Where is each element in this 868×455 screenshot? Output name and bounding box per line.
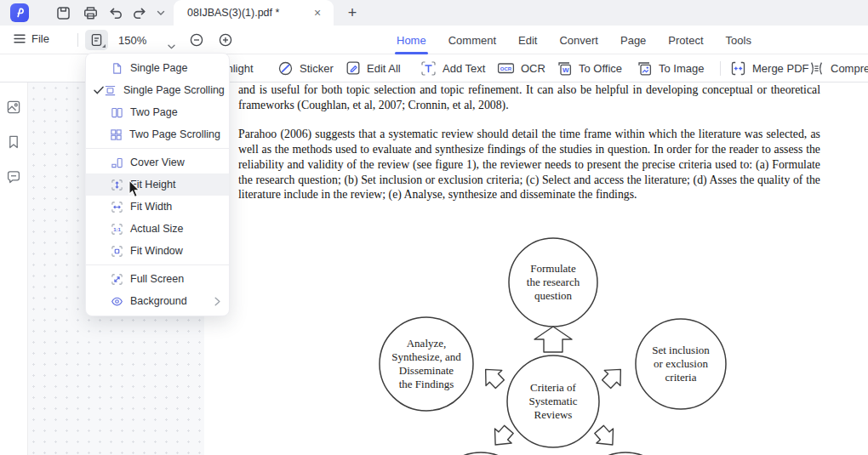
fit-height-icon [110, 178, 123, 191]
document-text-block: and is useful for both topic selection a… [238, 82, 820, 202]
single-page-icon [110, 61, 123, 75]
menu-separator [86, 264, 229, 265]
ocr-label: OCR [521, 62, 545, 75]
document-paragraph: Parahoo (2006) suggests that a systemati… [238, 127, 820, 202]
to-office-icon: W [557, 60, 573, 77]
menu-item-actual-size[interactable]: 1:1 Actual Size [86, 218, 229, 240]
comments-icon[interactable] [6, 169, 21, 185]
menu-item-two-page-scrolling[interactable]: Two Page Scrolling [86, 123, 229, 145]
menu-item-background[interactable]: Background [86, 290, 229, 312]
pdf-page: and is useful for both topic selection a… [204, 82, 868, 455]
merge-pdf-icon [730, 60, 746, 77]
page-view-dropdown-menu: Single Page Single Page Scrolling Two Pa… [85, 53, 230, 316]
page-thumbnails-icon[interactable] [6, 100, 21, 115]
tab-comment[interactable]: Comment [447, 26, 498, 54]
window-tab-bar: 08IJBAS(3)(1).pdf * × + [0, 0, 868, 26]
to-office-button[interactable]: W To Office [557, 54, 622, 82]
add-text-icon [420, 60, 437, 77]
background-icon [110, 294, 123, 308]
bookmarks-icon[interactable] [6, 134, 21, 150]
menu-item-fit-width[interactable]: Fit Width [86, 196, 229, 218]
menu-separator [86, 148, 229, 149]
merge-pdf-button[interactable]: Merge PDF [730, 54, 808, 82]
circle-label-formulate: Formulate the research question [527, 262, 580, 303]
two-page-scrolling-icon [109, 128, 123, 141]
compress-label: Compress [831, 62, 868, 75]
tab-protect[interactable]: Protect [666, 26, 705, 54]
page-view-mode-button[interactable] [85, 30, 108, 50]
menu-item-fit-window[interactable]: Fit Window [86, 240, 229, 262]
add-text-button[interactable]: Add Text [420, 54, 485, 82]
tab-edit[interactable]: Edit [517, 26, 539, 54]
arrow-up-right [598, 361, 628, 391]
tab-convert[interactable]: Convert [557, 26, 600, 54]
sticker-label: Sticker [300, 62, 334, 75]
edit-all-button[interactable]: Edit All [345, 54, 401, 82]
tab-tools[interactable]: Tools [724, 26, 753, 54]
two-page-icon [110, 105, 123, 119]
compress-button[interactable]: Compress [808, 54, 868, 82]
pdfelement-logo-icon [13, 6, 26, 20]
check-icon [94, 86, 104, 94]
to-image-label: To Image [659, 62, 704, 75]
menu-item-fit-height[interactable]: Fit Height [86, 173, 229, 196]
zoom-out-button[interactable] [188, 31, 205, 48]
hamburger-icon [14, 34, 26, 43]
document-tab[interactable]: 08IJBAS(3)(1).pdf * × [174, 0, 334, 26]
app-logo[interactable] [10, 3, 29, 22]
edit-all-icon [345, 60, 361, 76]
tab-close-icon[interactable]: × [310, 6, 325, 20]
submenu-chevron-icon [214, 297, 220, 306]
menu-item-full-screen[interactable]: Full Screen [86, 268, 229, 290]
zoom-caret-icon[interactable] [168, 37, 175, 53]
arrow-down-left [487, 422, 517, 452]
figure-systematic-review-diagram: Formulate the research question Analyze,… [374, 227, 732, 455]
fit-width-icon [110, 200, 123, 213]
mouse-cursor [128, 180, 141, 202]
menu-item-single-page-scrolling[interactable]: Single Page Scrolling [86, 79, 229, 101]
single-page-scrolling-icon [104, 83, 117, 97]
document-paragraph: and is useful for both topic selection a… [238, 82, 820, 112]
circle-label-criteria-set: Set inclusion or exclusion criteria [652, 344, 710, 384]
actual-size-icon: 1:1 [110, 222, 123, 236]
ocr-button[interactable]: OCR OCR [497, 54, 545, 82]
arrow-up-left [477, 361, 507, 391]
circle-label-analyze: Analyze, Synthesize, and Disseminate the… [391, 337, 461, 391]
toolbar-separator [77, 33, 78, 47]
ribbon-tabs: Home Comment Edit Convert Page Protect T… [395, 26, 753, 54]
cover-view-icon [110, 156, 123, 169]
arrow-down-right [591, 422, 620, 452]
ocr-icon-text: OCR [500, 66, 512, 71]
history-caret-icon[interactable] [152, 4, 169, 21]
file-menu-button[interactable]: File [14, 32, 49, 45]
merge-pdf-label: Merge PDF [752, 62, 808, 75]
redo-icon[interactable] [130, 4, 147, 21]
sticker-button[interactable]: Sticker [277, 54, 334, 82]
tab-page[interactable]: Page [619, 26, 648, 54]
menu-item-two-page[interactable]: Two Page [86, 101, 229, 123]
to-image-button[interactable]: To Image [637, 54, 704, 82]
full-screen-icon [110, 272, 123, 286]
compress-icon [808, 60, 825, 77]
zoom-in-button[interactable] [217, 31, 234, 48]
print-icon[interactable] [82, 4, 99, 21]
arrow-up [534, 327, 572, 352]
tab-home[interactable]: Home [395, 26, 428, 54]
actual-size-icon-text: 1:1 [113, 226, 121, 231]
to-image-icon [637, 60, 653, 77]
zoom-level-value[interactable]: 150% [118, 34, 146, 47]
add-text-label: Add Text [443, 62, 485, 75]
save-icon[interactable] [54, 4, 71, 21]
document-tab-title: 08IJBAS(3)(1).pdf * [187, 7, 310, 19]
fit-window-icon [110, 244, 123, 258]
menu-item-single-page[interactable]: Single Page [86, 57, 229, 79]
ocr-icon: OCR [497, 60, 515, 76]
sticker-icon [277, 60, 294, 77]
edit-all-label: Edit All [367, 62, 401, 75]
to-office-label: To Office [579, 62, 622, 75]
new-tab-button[interactable]: + [342, 3, 363, 23]
menu-item-cover-view[interactable]: Cover View [86, 151, 229, 173]
undo-icon[interactable] [107, 4, 124, 21]
to-office-icon-text: W [562, 65, 569, 73]
file-menu-label: File [31, 32, 49, 45]
